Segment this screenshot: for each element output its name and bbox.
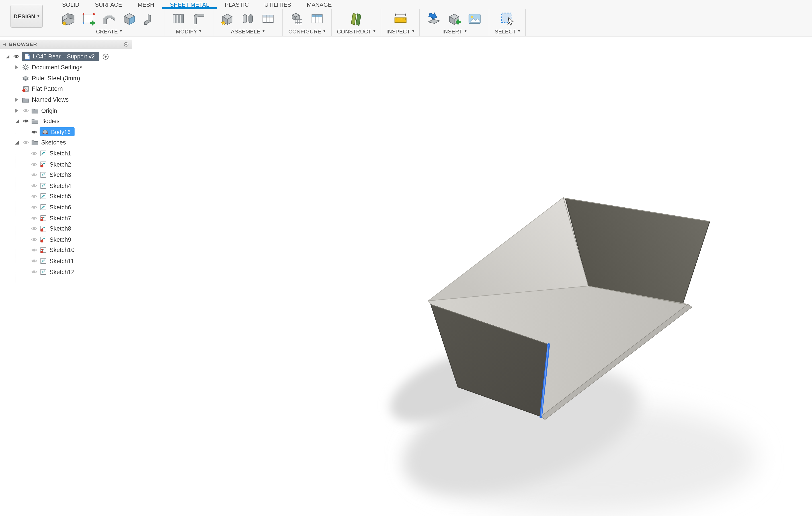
expand-icon[interactable] xyxy=(12,108,21,113)
assemble-menu[interactable]: ASSEMBLE ▾ xyxy=(231,28,264,34)
joint-icon[interactable] xyxy=(239,9,257,27)
group-create: CREATE ▾ xyxy=(54,9,164,36)
tree-item-sketch4[interactable]: Sketch4 xyxy=(0,181,132,191)
visibility-eye-icon[interactable] xyxy=(29,172,38,178)
tree-item-flat-pattern[interactable]: Flat Pattern xyxy=(0,84,132,94)
tree-item-label: Rule: Steel (3mm) xyxy=(32,75,80,81)
tab-utilities[interactable]: UTILITIES xyxy=(257,0,299,9)
sketch-icon xyxy=(38,182,48,189)
active-document-pill[interactable]: LC45 Rear – Support v2 xyxy=(22,52,99,61)
construction-plane-icon[interactable] xyxy=(347,9,365,27)
tree-item-body16[interactable]: Body16 xyxy=(0,127,132,137)
modify-menu[interactable]: MODIFY ▾ xyxy=(176,28,201,34)
expand-icon[interactable] xyxy=(3,55,11,58)
collapse-left-icon[interactable]: ◀ xyxy=(3,42,6,46)
tree-item-rule[interactable]: Rule: Steel (3mm) xyxy=(0,73,132,84)
tree-item-label: Named Views xyxy=(32,97,69,103)
tree-item-sketch12[interactable]: Sketch12 xyxy=(0,266,132,277)
select-icon[interactable] xyxy=(498,9,516,27)
toolbar-area: DESIGN ▾ SOLID SURFACE MESH SHEET METAL … xyxy=(0,0,812,36)
tree-item-label: Sketch11 xyxy=(50,258,74,264)
visibility-eye-icon[interactable] xyxy=(29,183,38,188)
flange-icon[interactable] xyxy=(59,9,77,27)
visibility-eye-icon[interactable] xyxy=(29,269,38,274)
tree-item-origin[interactable]: Origin xyxy=(0,105,132,116)
document-icon xyxy=(24,53,30,60)
tree-item-sketch10[interactable]: Sketch10 xyxy=(0,245,132,255)
tree-item-named-views[interactable]: Named Views xyxy=(0,94,132,105)
convert-to-sheet-metal-icon[interactable] xyxy=(120,9,138,27)
tree-item-document-settings[interactable]: Document Settings xyxy=(0,62,132,73)
tree-item-bodies[interactable]: Bodies xyxy=(0,116,132,127)
visibility-eye-icon[interactable] xyxy=(29,129,38,134)
visibility-eye-icon[interactable] xyxy=(21,140,30,145)
folder-icon xyxy=(30,117,40,125)
visibility-eye-icon[interactable] xyxy=(29,237,38,242)
configuration-table-icon[interactable] xyxy=(308,9,326,27)
visibility-eye-icon[interactable] xyxy=(29,194,38,199)
tab-surface[interactable]: SURFACE xyxy=(87,0,130,9)
tree-item-sketch9[interactable]: Sketch9 xyxy=(0,234,132,245)
visibility-eye-icon[interactable] xyxy=(29,162,38,167)
tree-item-sketch3[interactable]: Sketch3 xyxy=(0,169,132,180)
tree-item-sketch11[interactable]: Sketch11 xyxy=(0,255,132,266)
tree-item-root[interactable]: LC45 Rear – Support v2 xyxy=(0,51,132,62)
tree-item-label: Sketch2 xyxy=(50,161,71,167)
tab-mesh[interactable]: MESH xyxy=(130,0,162,9)
insert-derive-icon[interactable] xyxy=(425,9,443,27)
tab-manage[interactable]: MANAGE xyxy=(299,0,340,9)
visibility-eye-icon[interactable] xyxy=(21,119,30,124)
configure-icon[interactable] xyxy=(288,9,306,27)
component-table-icon[interactable] xyxy=(259,9,277,27)
contour-flange-icon[interactable] xyxy=(100,9,118,27)
create-menu[interactable]: CREATE ▾ xyxy=(96,28,122,34)
workspace-switcher-button[interactable]: DESIGN ▾ xyxy=(10,5,43,28)
canvas-icon[interactable] xyxy=(466,9,484,27)
tree-item-sketch2[interactable]: Sketch2 xyxy=(0,159,132,169)
panel-options-icon[interactable] xyxy=(124,42,129,47)
insert-part-icon[interactable] xyxy=(446,9,463,27)
visibility-eye-icon[interactable] xyxy=(29,226,38,231)
expand-icon[interactable] xyxy=(12,98,21,102)
visibility-eye-icon[interactable] xyxy=(29,247,38,253)
tree-item-sketch6[interactable]: Sketch6 xyxy=(0,202,132,213)
activate-component-radio[interactable] xyxy=(102,53,109,60)
tree-item-sketch1[interactable]: Sketch1 xyxy=(0,148,132,159)
tree-item-sketch5[interactable]: Sketch5 xyxy=(0,191,132,202)
measure-icon[interactable] xyxy=(392,9,409,27)
tab-plastic[interactable]: PLASTIC xyxy=(217,0,257,9)
visibility-eye-icon[interactable] xyxy=(11,54,21,59)
insert-menu[interactable]: INSERT ▾ xyxy=(442,28,466,34)
visibility-eye-icon[interactable] xyxy=(29,205,38,210)
create-sketch-icon[interactable] xyxy=(80,9,97,27)
tree-item-sketch7[interactable]: Sketch7 xyxy=(0,213,132,223)
tab-sheet-metal[interactable]: SHEET METAL xyxy=(162,0,217,9)
inspect-menu[interactable]: INSPECT ▾ xyxy=(386,28,414,34)
tree-item-label: Sketch10 xyxy=(50,247,75,253)
expand-icon[interactable] xyxy=(12,65,21,70)
expand-icon[interactable] xyxy=(12,119,21,123)
visibility-eye-icon[interactable] xyxy=(21,108,30,113)
unfold-icon[interactable] xyxy=(170,9,187,27)
expand-icon[interactable] xyxy=(12,141,21,144)
tree-item-sketches[interactable]: Sketches xyxy=(0,137,132,148)
selected-body-pill[interactable]: Body16 xyxy=(40,128,75,136)
visibility-eye-icon[interactable] xyxy=(29,215,38,220)
model-face-left-flange[interactable] xyxy=(428,197,588,301)
select-menu[interactable]: SELECT ▾ xyxy=(495,28,520,34)
new-component-icon[interactable] xyxy=(219,9,236,27)
tab-solid[interactable]: SOLID xyxy=(54,0,87,9)
chevron-down-icon: ▾ xyxy=(412,29,414,33)
sketch-icon xyxy=(38,171,48,179)
bend-icon[interactable] xyxy=(141,9,158,27)
fillet-icon[interactable] xyxy=(190,9,208,27)
construct-menu[interactable]: CONSTRUCT ▾ xyxy=(337,28,375,34)
group-modify: MODIFY ▾ xyxy=(164,9,213,36)
visibility-eye-icon[interactable] xyxy=(29,151,38,156)
tree-item-sketch8[interactable]: Sketch8 xyxy=(0,223,132,234)
chevron-down-icon: ▾ xyxy=(120,29,122,33)
visibility-eye-icon[interactable] xyxy=(29,258,38,263)
tree-item-label: Flat Pattern xyxy=(32,86,63,92)
configure-menu[interactable]: CONFIGURE ▾ xyxy=(288,28,325,34)
sheet-metal-body[interactable] xyxy=(428,197,710,420)
